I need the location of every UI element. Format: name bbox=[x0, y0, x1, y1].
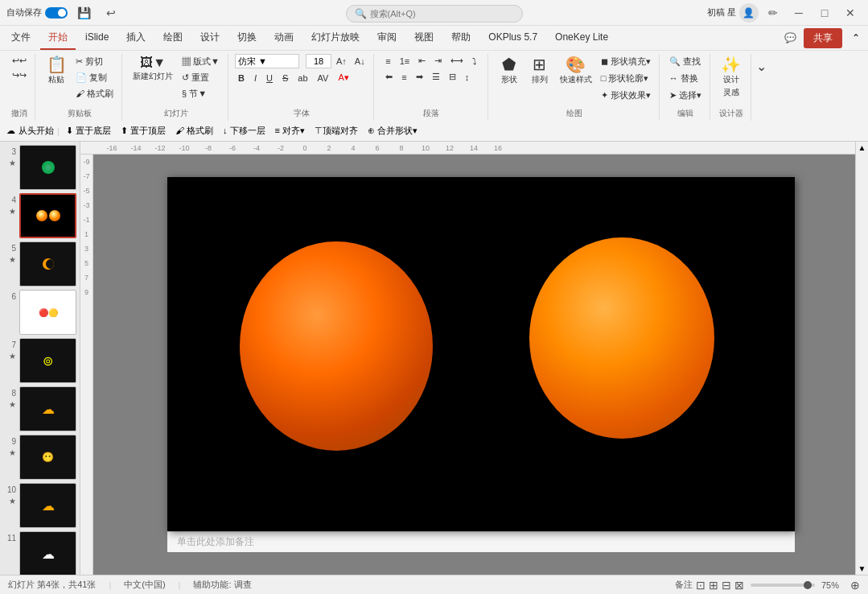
bold-btn[interactable]: B bbox=[235, 72, 248, 85]
format-brush-btn[interactable]: 🖌 格式刷 bbox=[72, 86, 117, 101]
share-button[interactable]: 共享 bbox=[804, 28, 842, 48]
layout-btn[interactable]: ▦ 版式▼ bbox=[179, 54, 223, 69]
notes-btn[interactable]: 备注 bbox=[675, 579, 693, 591]
slide-canvas[interactable] bbox=[167, 177, 795, 531]
tab-file[interactable]: 文件 bbox=[3, 26, 39, 50]
tab-draw[interactable]: 绘图 bbox=[155, 26, 191, 50]
arrange-btn[interactable]: ⊞ 排列 bbox=[525, 54, 554, 88]
zoom-level[interactable]: 75% bbox=[821, 580, 844, 590]
list-number-btn[interactable]: 1≡ bbox=[397, 55, 413, 68]
right-scrollbar[interactable]: ▲ ▼ bbox=[855, 142, 868, 575]
bring-to-front-btn[interactable]: ⬆ 置于顶层 bbox=[117, 124, 169, 138]
slide-thumb-10[interactable]: 10★ ☁ bbox=[3, 483, 76, 528]
reset-btn[interactable]: ↺ 重置 bbox=[179, 70, 223, 85]
align-dropdown-btn[interactable]: ≡ 对齐▾ bbox=[272, 124, 308, 138]
new-slide-btn[interactable]: 🖼▼ 新建幻灯片 bbox=[129, 54, 177, 85]
slide-img-4[interactable] bbox=[19, 193, 76, 238]
tab-insert[interactable]: 插入 bbox=[118, 26, 154, 50]
tab-slideshow[interactable]: 幻灯片放映 bbox=[303, 26, 368, 50]
list-bullet-btn[interactable]: ≡ bbox=[382, 55, 393, 68]
slide-img-8[interactable]: ☁ bbox=[19, 386, 76, 431]
autosave-toggle[interactable] bbox=[45, 7, 68, 19]
char-spacing-btn[interactable]: AV bbox=[315, 72, 332, 85]
slide-thumb-3[interactable]: 3★ bbox=[3, 145, 76, 190]
slide-thumb-8[interactable]: 8★ ☁ bbox=[3, 386, 76, 431]
replace-btn[interactable]: ↔ 替换 bbox=[666, 71, 705, 86]
find-btn[interactable]: 🔍 查找 bbox=[666, 54, 705, 69]
tab-help[interactable]: 帮助 bbox=[443, 26, 479, 50]
shape-fill-btn[interactable]: ◼ 形状填充▾ bbox=[598, 54, 654, 69]
scroll-up-btn[interactable]: ▲ bbox=[857, 142, 868, 154]
underline-btn[interactable]: U bbox=[263, 72, 276, 85]
ribbon-expand-btn[interactable]: ⌄ bbox=[753, 57, 770, 76]
indent-increase-btn[interactable]: ⇥ bbox=[431, 54, 445, 68]
section-btn[interactable]: § 节▼ bbox=[179, 86, 223, 101]
slide-img-9[interactable]: 😶 bbox=[19, 435, 76, 480]
slide-thumb-11[interactable]: 11 ☁ bbox=[3, 531, 76, 575]
align-left-btn[interactable]: ⬅ bbox=[382, 70, 396, 84]
tab-design[interactable]: 设计 bbox=[192, 26, 228, 50]
line-spacing-btn[interactable]: ↕ bbox=[462, 71, 473, 84]
top-align-btn[interactable]: ⊤顶端对齐 bbox=[311, 124, 361, 138]
redo-btn[interactable]: ↪↪ bbox=[9, 68, 30, 82]
slide-thumb-4[interactable]: 4★ bbox=[3, 193, 76, 238]
decrease-font-btn[interactable]: A↓ bbox=[352, 55, 368, 68]
strikethrough-btn[interactable]: S bbox=[279, 72, 291, 85]
slide-img-5[interactable] bbox=[19, 241, 76, 287]
view-reading-btn[interactable]: ⊠ bbox=[734, 579, 744, 592]
tab-start[interactable]: 开始 bbox=[40, 26, 76, 50]
font-size-dropdown[interactable]: 18 bbox=[306, 54, 331, 68]
avatar[interactable]: 👤 bbox=[739, 3, 759, 23]
shapes-btn[interactable]: ⬟ 形状 bbox=[495, 54, 524, 88]
ribbon-icon[interactable]: ✏ bbox=[762, 4, 784, 22]
tab-onekey[interactable]: OneKey Lite bbox=[547, 26, 616, 50]
convert-smartart-btn[interactable]: ⤵ bbox=[469, 55, 480, 68]
fit-btn[interactable]: ⊕ bbox=[850, 579, 860, 592]
paste-btn[interactable]: 📋 粘贴 bbox=[42, 54, 71, 88]
close-button[interactable]: ✕ bbox=[839, 4, 862, 22]
font-name-dropdown[interactable]: 仿宋 ▼ bbox=[235, 54, 299, 68]
comment-button[interactable]: 💬 bbox=[781, 29, 799, 47]
view-outline-btn[interactable]: ⊞ bbox=[709, 579, 718, 592]
slide-img-3[interactable] bbox=[19, 145, 76, 190]
justify-btn[interactable]: ☰ bbox=[429, 70, 443, 84]
scroll-down-btn[interactable]: ▼ bbox=[857, 563, 868, 575]
slide-img-6[interactable]: 🔴🟡 bbox=[19, 290, 76, 335]
columns-btn[interactable]: ⊟ bbox=[446, 70, 459, 84]
merge-shapes-btn[interactable]: ⊕ 合并形状▾ bbox=[364, 124, 421, 138]
shape-effect-btn[interactable]: ✦ 形状效果▾ bbox=[598, 88, 654, 103]
save-button[interactable]: 💾 bbox=[72, 4, 95, 22]
copy-btn[interactable]: 📄 复制 bbox=[72, 70, 117, 85]
slide-thumb-9[interactable]: 9★ 😶 bbox=[3, 435, 76, 480]
font-color-btn[interactable]: A▾ bbox=[335, 71, 352, 85]
slide-thumb-5[interactable]: 5★ bbox=[3, 241, 76, 287]
shadow-btn[interactable]: ab bbox=[294, 72, 311, 85]
tab-view[interactable]: 视图 bbox=[406, 26, 442, 50]
tab-animation[interactable]: 动画 bbox=[266, 26, 302, 50]
slide-thumb-7[interactable]: 7★ ⊚ bbox=[3, 338, 76, 383]
ribbon-collapse-button[interactable]: ⌃ bbox=[847, 29, 865, 47]
italic-btn[interactable]: I bbox=[251, 72, 260, 85]
slide-img-11[interactable]: ☁ bbox=[19, 531, 76, 575]
cut-btn[interactable]: ✂ 剪切 bbox=[72, 54, 117, 69]
tab-transition[interactable]: 切换 bbox=[229, 26, 265, 50]
align-right-btn[interactable]: ➡ bbox=[413, 70, 426, 84]
indent-decrease-btn[interactable]: ⇤ bbox=[415, 54, 429, 68]
tab-islide[interactable]: iSlide bbox=[77, 26, 117, 50]
tab-okplus[interactable]: OKPlus 5.7 bbox=[480, 26, 545, 50]
view-normal-btn[interactable]: ⊡ bbox=[696, 579, 706, 592]
increase-font-btn[interactable]: A↑ bbox=[333, 55, 350, 68]
undo-button[interactable]: ↩ bbox=[100, 4, 122, 22]
slide-thumb-6[interactable]: 6 🔴🟡 bbox=[3, 290, 76, 335]
quick-style-btn[interactable]: 🎨 快速样式 bbox=[556, 54, 596, 88]
slide-note[interactable]: 单击此处添加备注 bbox=[167, 531, 795, 552]
designer-btn[interactable]: ✨ 设计 灵感 bbox=[717, 54, 746, 101]
send-backward-btn[interactable]: ↓ 下移一层 bbox=[220, 124, 269, 138]
tab-review[interactable]: 审阅 bbox=[369, 26, 405, 50]
text-direction-btn[interactable]: ⟷ bbox=[447, 54, 467, 68]
format-painter-btn[interactable]: 🖌 格式刷 bbox=[172, 124, 216, 138]
circle-left[interactable] bbox=[240, 241, 433, 451]
circle-right[interactable] bbox=[529, 237, 714, 439]
slide-img-7[interactable]: ⊚ bbox=[19, 338, 76, 383]
shape-outline-btn[interactable]: □ 形状轮廓▾ bbox=[598, 71, 654, 86]
